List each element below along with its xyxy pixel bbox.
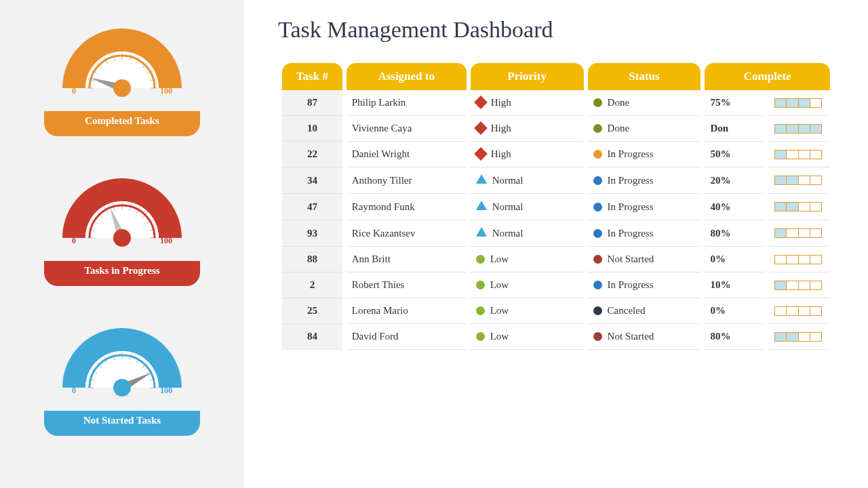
col-assigned: Assigned to: [347, 63, 467, 90]
cell-status: Not Started: [588, 247, 701, 272]
gauge-max: 100: [160, 86, 172, 96]
status-icon: [593, 176, 602, 185]
cell-status: Canceled: [588, 298, 701, 324]
progress-bar: [774, 98, 822, 108]
cell-bar: [769, 247, 830, 272]
cell-priority: Low: [471, 272, 584, 298]
col-status: Status: [588, 63, 701, 90]
table-row: 84 David Ford Low Not Started 80%: [282, 324, 830, 350]
priority-low-icon: [476, 306, 485, 315]
priority-high-icon: [474, 96, 488, 109]
status-icon: [593, 150, 602, 159]
cell-bar: [769, 298, 830, 324]
cell-bar: [769, 194, 830, 220]
cell-priority: Low: [471, 298, 584, 324]
cell-bar: [769, 142, 830, 167]
progress-bar: [774, 202, 822, 211]
table-row: 88 Ann Britt Low Not Started 0%: [282, 247, 830, 272]
cell-assigned: Anthony Tiller: [347, 167, 467, 194]
priority-low-icon: [476, 332, 485, 341]
cell-priority: Normal: [471, 167, 584, 194]
status-icon: [593, 306, 602, 315]
cell-status: In Progress: [588, 142, 701, 167]
cell-complete: 75%: [705, 90, 765, 116]
priority-normal-icon: [476, 201, 487, 210]
cell-status: In Progress: [588, 194, 701, 220]
progress-bar: [774, 332, 822, 342]
cell-status: In Progress: [588, 167, 701, 194]
gauge-0: 0 100 Completed Tasks: [41, 14, 203, 136]
cell-assigned: Daniel Wright: [347, 142, 467, 167]
cell-status: Done: [588, 116, 701, 142]
gauge-2: 0 100 Not Started Tasks: [41, 313, 203, 436]
priority-high-icon: [474, 121, 488, 135]
cell-complete: Don: [705, 116, 765, 142]
table-row: 87 Philip Larkin High Done 75%: [282, 90, 830, 116]
priority-normal-icon: [476, 227, 487, 237]
cell-complete: 20%: [705, 167, 765, 194]
priority-normal-icon: [476, 174, 487, 184]
table-row: 34 Anthony Tiller Normal In Progress 20%: [282, 167, 830, 194]
progress-bar: [774, 281, 822, 290]
col-complete: Complete: [705, 63, 830, 90]
cell-task-num: 88: [282, 247, 342, 272]
cell-task-num: 93: [282, 220, 342, 247]
cell-priority: High: [471, 90, 584, 116]
priority-low-icon: [476, 281, 485, 289]
col-priority: Priority: [471, 63, 584, 90]
cell-task-num: 22: [282, 142, 342, 167]
gauge-dial-icon: 0 100: [54, 313, 190, 415]
cell-bar: [769, 167, 830, 194]
cell-assigned: Vivienne Caya: [347, 116, 467, 142]
progress-bar: [774, 255, 822, 264]
priority-high-icon: [474, 147, 488, 161]
table-row: 22 Daniel Wright High In Progress 50%: [282, 142, 830, 167]
cell-task-num: 2: [282, 272, 342, 298]
cell-task-num: 84: [282, 324, 342, 350]
page-title: Task Management Dashboard: [278, 17, 834, 43]
cell-status: Done: [588, 90, 701, 116]
cell-bar: [769, 90, 830, 116]
cell-assigned: Rice Kazantsev: [347, 220, 467, 247]
gauge-1: 0 100 Tasks in Progress: [41, 163, 203, 286]
table-row: 93 Rice Kazantsev Normal In Progress 80%: [282, 220, 830, 247]
cell-assigned: Lorena Mario: [347, 298, 467, 324]
progress-bar: [774, 124, 822, 134]
status-icon: [593, 229, 602, 238]
cell-priority: Normal: [471, 220, 584, 247]
cell-assigned: Ann Britt: [347, 247, 467, 272]
cell-priority: Low: [471, 247, 584, 272]
table-row: 2 Robert Thies Low In Progress 10%: [282, 272, 830, 298]
cell-task-num: 87: [282, 90, 342, 116]
status-icon: [593, 255, 602, 264]
gauge-min: 0: [72, 386, 76, 396]
cell-bar: [769, 220, 830, 247]
cell-complete: 0%: [705, 247, 765, 272]
gauge-dial-icon: 0 100: [54, 163, 190, 265]
gauge-max: 100: [160, 386, 172, 396]
cell-complete: 80%: [705, 324, 765, 350]
cell-task-num: 10: [282, 116, 342, 142]
cell-bar: [769, 116, 830, 142]
status-icon: [593, 124, 602, 133]
sidebar: 0 100 Completed Tasks 0 100 Tasks in Pro…: [0, 0, 244, 488]
cell-complete: 40%: [705, 194, 765, 220]
cell-assigned: Philip Larkin: [347, 90, 467, 116]
cell-priority: Normal: [471, 194, 584, 220]
table-row: 25 Lorena Mario Low Canceled 0%: [282, 298, 830, 324]
status-icon: [593, 281, 602, 289]
tasks-table: Task # Assigned to Priority Status Compl…: [278, 63, 834, 350]
tasks-tbody: 87 Philip Larkin High Done 75% 10 Vivien…: [282, 90, 830, 350]
progress-bar: [774, 306, 822, 316]
cell-priority: Low: [471, 324, 584, 350]
cell-complete: 10%: [705, 272, 765, 298]
cell-status: In Progress: [588, 272, 701, 298]
priority-low-icon: [476, 255, 485, 264]
cell-complete: 50%: [705, 142, 765, 167]
cell-bar: [769, 324, 830, 350]
progress-bar: [774, 228, 822, 238]
col-task: Task #: [282, 63, 342, 90]
gauge-min: 0: [72, 86, 76, 96]
cell-assigned: David Ford: [347, 324, 467, 350]
cell-assigned: Robert Thies: [347, 272, 467, 298]
